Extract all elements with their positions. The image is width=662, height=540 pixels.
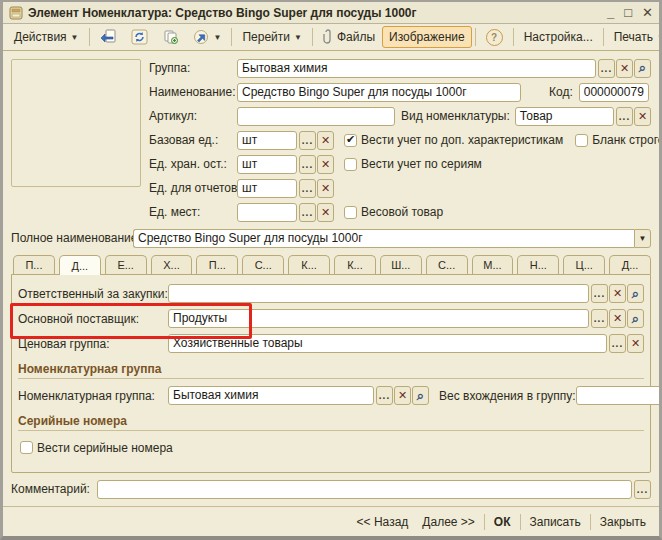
group-find-button[interactable]: ⌕ <box>634 59 651 78</box>
nomenclature-kind-select-button[interactable]: ... <box>616 107 633 126</box>
nomenclature-group-find-button[interactable]: ⌕ <box>412 386 429 405</box>
tab-03[interactable]: Е... <box>105 255 147 274</box>
purchase-responsible-clear-button[interactable]: ✕ <box>609 284 626 303</box>
go-button[interactable]: ▼ <box>186 25 229 49</box>
main-supplier-find-button[interactable]: ⌕ <box>627 309 644 328</box>
toolbar-separator <box>231 28 232 46</box>
full-name-dropdown-button[interactable]: ▼ <box>634 229 651 248</box>
report-unit-select-button[interactable]: ... <box>299 179 316 198</box>
tab-06[interactable]: С... <box>242 255 284 274</box>
report-unit-input[interactable]: шт <box>237 179 297 198</box>
base-unit-select-button[interactable]: ... <box>299 131 316 150</box>
form-content: Группа: Бытовая химия ... ✕ ⌕ Наименован… <box>3 51 659 506</box>
toolbar: Действия ▼ <box>3 24 659 51</box>
copy-button[interactable] <box>155 25 186 49</box>
reread-button[interactable] <box>124 25 155 49</box>
tab-02[interactable]: Д... <box>59 255 101 275</box>
main-supplier-clear-button[interactable]: ✕ <box>609 309 626 328</box>
name-input[interactable]: Средство Bingo Super для посуды 1000г <box>237 83 521 102</box>
group-weight-label: Вес вхождения в группу: <box>439 389 576 403</box>
group-select-button[interactable]: ... <box>598 59 615 78</box>
storage-unit-select-button[interactable]: ... <box>299 155 316 174</box>
footer-bar: << Назад Далее >> ОК Записать Закрыть <box>3 506 659 536</box>
storage-unit-clear-button[interactable]: ✕ <box>317 155 334 174</box>
goto-menu-button[interactable]: Перейти ▼ <box>235 26 308 48</box>
group-input[interactable]: Бытовая химия <box>237 59 596 78</box>
places-unit-clear-button[interactable]: ✕ <box>317 203 334 222</box>
nomenclature-kind-label: Вид номенклатуры: <box>401 109 510 123</box>
tab-12[interactable]: Н... <box>517 255 559 274</box>
series-checkbox[interactable]: Вести учет по сериям <box>344 157 482 171</box>
places-unit-select-button[interactable]: ... <box>299 203 316 222</box>
minimize-icon[interactable]: _ <box>607 6 614 20</box>
help-icon: ? <box>486 29 503 46</box>
tab-09[interactable]: Ш... <box>380 255 422 274</box>
comment-label: Комментарий: <box>11 482 97 496</box>
places-unit-input[interactable] <box>237 203 297 222</box>
price-group-clear-button[interactable]: ✕ <box>627 334 644 353</box>
go-arrow-icon <box>193 29 210 45</box>
next-button[interactable]: Далее >> <box>415 512 482 532</box>
weight-goods-checkbox[interactable]: Весовой товар <box>344 205 443 219</box>
ok-button[interactable]: ОК <box>487 512 518 532</box>
purchase-responsible-select-button[interactable]: ... <box>591 284 608 303</box>
group-weight-input[interactable]: 0 <box>576 386 662 405</box>
comment-input[interactable] <box>97 480 632 499</box>
print-menu-button[interactable]: Печать ▼ <box>607 26 662 48</box>
nomenclature-group-section-header: Номенклатурная группа <box>18 358 644 379</box>
settings-button[interactable]: Настройка... <box>517 26 600 48</box>
group-label: Группа: <box>149 61 237 75</box>
nomenclature-kind-clear-button[interactable]: ✕ <box>634 107 651 126</box>
tab-14[interactable]: Д... <box>609 255 651 274</box>
files-button[interactable]: Файлы <box>316 25 382 49</box>
strict-form-checkbox[interactable]: Бланк строгого учета <box>575 133 662 147</box>
main-supplier-input[interactable]: Продукты <box>168 309 589 328</box>
image-button[interactable]: Изображение <box>382 26 472 48</box>
nomenclature-group-select-button[interactable]: ... <box>376 386 393 405</box>
main-supplier-label: Основной поставщик: <box>18 312 168 326</box>
close-button[interactable]: Закрыть <box>593 512 653 532</box>
storage-unit-input[interactable]: шт <box>237 155 297 174</box>
tab-10[interactable]: С... <box>426 255 468 274</box>
write-object-button[interactable] <box>93 25 124 49</box>
nomenclature-group-input[interactable]: Бытовая химия <box>168 386 374 405</box>
copy-new-icon <box>162 29 179 45</box>
item-image-placeholder[interactable] <box>11 59 141 187</box>
article-input[interactable] <box>237 107 395 126</box>
extra-characteristics-checkbox[interactable]: Вести учет по доп. характеристикам <box>344 133 563 147</box>
report-unit-clear-button[interactable]: ✕ <box>317 179 334 198</box>
tab-13[interactable]: Ц... <box>563 255 605 274</box>
base-unit-clear-button[interactable]: ✕ <box>317 131 334 150</box>
price-group-input[interactable]: Хозяйственные товары <box>168 334 607 353</box>
tab-11[interactable]: М... <box>472 255 514 274</box>
tab-01[interactable]: П... <box>13 255 55 274</box>
actions-menu-button[interactable]: Действия ▼ <box>7 26 86 48</box>
comment-select-button[interactable]: ... <box>634 480 651 499</box>
main-supplier-select-button[interactable]: ... <box>591 309 608 328</box>
footer-separator <box>484 514 485 530</box>
group-clear-button[interactable]: ✕ <box>616 59 633 78</box>
maximize-icon[interactable]: □ <box>624 6 632 20</box>
chevron-down-icon: ▼ <box>214 33 222 42</box>
save-button[interactable]: Записать <box>523 512 588 532</box>
full-name-input[interactable]: Средство Bingo Super для посуды 1000г <box>133 229 634 248</box>
price-group-select-button[interactable]: ... <box>609 334 626 353</box>
purchase-responsible-input[interactable] <box>168 284 589 303</box>
base-unit-input[interactable]: шт <box>237 131 297 150</box>
tab-08[interactable]: К... <box>334 255 376 274</box>
purchase-responsible-find-button[interactable]: ⌕ <box>627 284 644 303</box>
help-button[interactable]: ? <box>479 25 510 50</box>
window-form-icon <box>9 6 23 20</box>
tab-07[interactable]: К... <box>288 255 330 274</box>
tab-05[interactable]: П... <box>196 255 238 274</box>
nomenclature-group-clear-button[interactable]: ✕ <box>394 386 411 405</box>
close-icon[interactable]: ✕ <box>642 6 653 20</box>
checkbox-icon <box>344 134 357 147</box>
full-name-combo[interactable]: Средство Bingo Super для посуды 1000г ▼ <box>133 229 651 248</box>
nomenclature-kind-input[interactable]: Товар <box>515 107 614 126</box>
tab-04[interactable]: Х... <box>151 255 193 274</box>
toolbar-separator <box>312 28 313 46</box>
code-input[interactable]: 000000079 <box>579 83 649 102</box>
back-button[interactable]: << Назад <box>350 512 416 532</box>
serial-numbers-checkbox[interactable]: Вести серийные номера <box>20 441 173 455</box>
